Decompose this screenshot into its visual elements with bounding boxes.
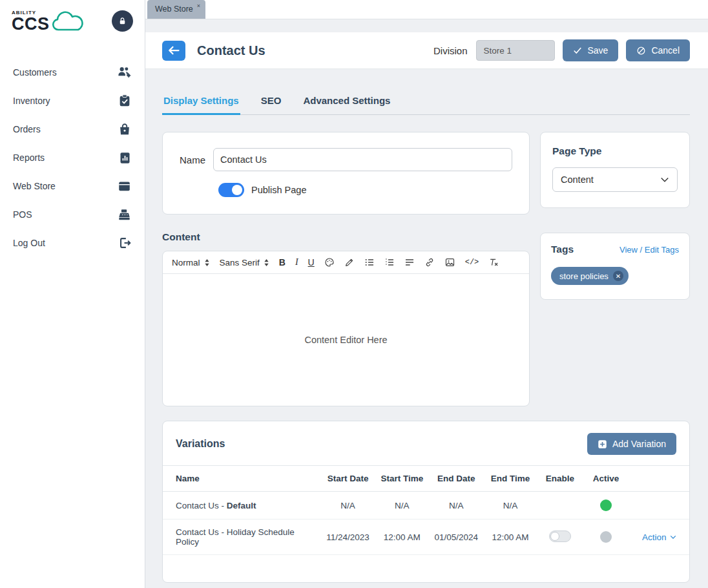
customers-icon <box>117 65 132 79</box>
enable-toggle[interactable] <box>549 530 571 542</box>
sidebar-item-label: Web Store <box>13 181 56 191</box>
sidebar-item-label: Log Out <box>13 238 45 248</box>
end-date-cell: N/A <box>429 492 484 520</box>
sidebar-item-customers[interactable]: Customers <box>12 58 133 87</box>
font-select[interactable]: Sans Serif <box>220 258 269 268</box>
chevron-down-icon <box>670 535 676 540</box>
window-tab-bar: Web Store × <box>145 0 708 19</box>
division-field[interactable]: Store 1 <box>476 40 555 61</box>
lock-button[interactable] <box>112 10 133 32</box>
plus-square-icon <box>598 439 607 449</box>
action-label: Action <box>642 532 667 542</box>
page-type-card: Page Type Content <box>540 132 690 208</box>
cloud-icon <box>51 11 85 33</box>
active-status-dot <box>600 531 612 543</box>
save-button[interactable]: Save <box>563 39 618 61</box>
page-type-select[interactable]: Content <box>552 167 678 192</box>
italic-icon[interactable]: I <box>295 257 298 268</box>
view-edit-tags-link[interactable]: View / Edit Tags <box>620 245 679 255</box>
code-view-icon[interactable]: </> <box>465 258 479 267</box>
variations-table: Name Start Date Start Time End Date End … <box>163 465 689 555</box>
paragraph-style-value: Normal <box>172 258 200 268</box>
remove-tag-icon[interactable]: ✕ <box>613 271 623 281</box>
chevron-down-icon <box>660 177 669 183</box>
window-tab-label: Web Store <box>155 5 193 15</box>
page-type-title: Page Type <box>552 145 678 157</box>
table-row: Contact Us - Holiday Schedule Policy 11/… <box>163 520 689 555</box>
sidebar-item-reports[interactable]: Reports <box>12 143 133 172</box>
tag-chip: store policies ✕ <box>551 267 629 285</box>
sidebar-item-inventory[interactable]: Inventory <box>12 87 133 115</box>
publish-page-toggle[interactable] <box>218 183 244 197</box>
image-icon[interactable] <box>444 257 455 268</box>
col-active: Active <box>583 466 629 492</box>
start-time-cell: 12:00 AM <box>375 520 429 555</box>
tags-card: Tags View / Edit Tags store policies ✕ <box>540 233 690 300</box>
variations-card: Variations Add Variation Name Start Date… <box>162 421 690 583</box>
action-dropdown[interactable]: Action <box>642 532 676 542</box>
main-area: Web Store × Contact Us Division Store 1 … <box>145 0 708 588</box>
tag-chip-label: store policies <box>559 271 609 281</box>
settings-tabs: Display Settings SEO Advanced Settings <box>162 92 690 115</box>
bold-icon[interactable]: B <box>279 257 286 268</box>
window-tab-web-store[interactable]: Web Store × <box>147 0 205 19</box>
tab-seo[interactable]: SEO <box>260 92 283 114</box>
sidebar-item-label: Customers <box>13 67 57 78</box>
close-icon[interactable]: × <box>197 3 200 15</box>
lock-icon <box>118 16 127 26</box>
end-time-cell: N/A <box>484 492 537 520</box>
col-enable: Enable <box>537 466 583 492</box>
col-end-time: End Time <box>484 466 537 492</box>
pos-icon <box>117 207 132 222</box>
app-logo: ABILITY CCS <box>12 10 85 33</box>
sidebar-item-log-out[interactable]: Log Out <box>12 229 133 257</box>
sidebar: ABILITY CCS Customers Inventory <box>0 0 145 588</box>
variations-title: Variations <box>176 438 225 450</box>
col-end-date: End Date <box>429 466 484 492</box>
link-icon[interactable] <box>424 257 435 268</box>
text-color-palette-icon[interactable] <box>324 257 335 268</box>
back-button[interactable] <box>162 41 185 61</box>
cancel-button-label: Cancel <box>651 45 680 56</box>
active-status-dot <box>600 499 612 511</box>
col-start-time: Start Time <box>375 466 429 492</box>
paragraph-style-select[interactable]: Normal <box>172 258 210 268</box>
bullet-list-icon[interactable] <box>364 257 375 268</box>
table-row: Contact Us - Default N/A N/A N/A N/A <box>163 492 689 520</box>
inventory-icon <box>118 94 132 108</box>
add-variation-label: Add Variation <box>612 439 666 449</box>
cancel-button[interactable]: Cancel <box>626 39 690 61</box>
variation-name: Contact Us - <box>176 501 227 510</box>
reports-icon <box>118 151 132 165</box>
save-button-label: Save <box>587 45 608 56</box>
ordered-list-icon[interactable] <box>384 257 395 268</box>
editor-body[interactable]: Content Editor Here <box>163 274 529 406</box>
tags-title: Tags <box>551 244 574 255</box>
col-start-date: Start Date <box>320 466 375 492</box>
tab-advanced-settings[interactable]: Advanced Settings <box>302 92 391 114</box>
tab-display-settings[interactable]: Display Settings <box>162 92 240 115</box>
sidebar-item-orders[interactable]: Orders <box>12 115 133 143</box>
log-out-icon <box>118 236 132 250</box>
sidebar-item-label: Reports <box>13 152 45 163</box>
sidebar-item-pos[interactable]: POS <box>12 200 133 229</box>
col-name: Name <box>163 466 320 492</box>
orders-icon <box>118 122 132 136</box>
logo-main-text: CCS <box>12 16 50 33</box>
page-title: Contact Us <box>197 43 266 58</box>
col-action <box>629 466 689 492</box>
highlight-pen-icon[interactable] <box>344 257 355 268</box>
name-card: Name Publish Page <box>162 132 530 215</box>
underline-icon[interactable]: U <box>308 257 315 268</box>
sidebar-item-web-store[interactable]: Web Store <box>12 172 133 200</box>
sidebar-nav: Customers Inventory Orders Reports Web S… <box>12 58 133 257</box>
name-input[interactable] <box>213 148 512 171</box>
content-editor: Normal Sans Serif B I U <box>162 251 530 406</box>
end-time-cell: 12:00 AM <box>484 520 537 555</box>
division-label: Division <box>433 45 468 56</box>
start-date-cell: N/A <box>320 492 375 520</box>
clear-format-icon[interactable] <box>488 257 499 268</box>
align-icon[interactable] <box>404 257 415 268</box>
add-variation-button[interactable]: Add Variation <box>587 433 676 455</box>
start-time-cell: N/A <box>375 492 429 520</box>
